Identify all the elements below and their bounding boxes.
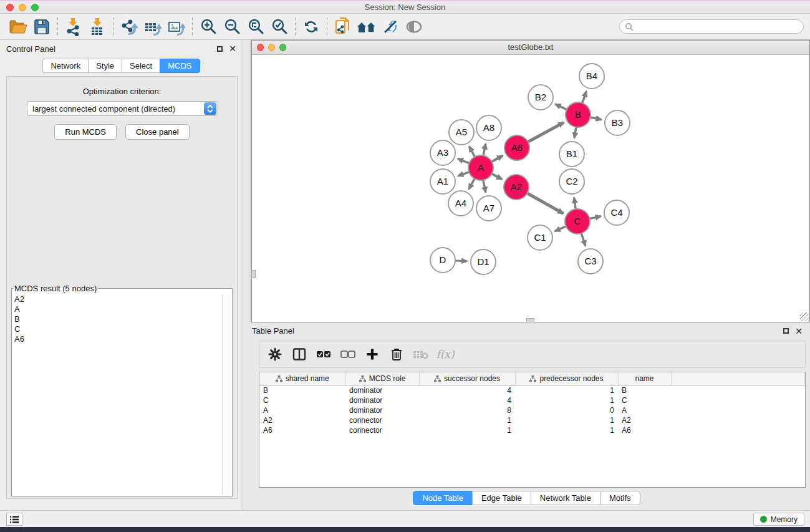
optimization-criterion-select[interactable]: largest connected component (directed): [27, 101, 218, 116]
add-column-button[interactable]: [363, 345, 382, 364]
delete-column-button[interactable]: [387, 345, 406, 364]
float-panel-icon[interactable]: [217, 46, 223, 52]
cell-name[interactable]: A: [618, 405, 671, 415]
cell-predecessor_nodes[interactable]: 1: [515, 415, 618, 425]
delete-table-button[interactable]: [412, 345, 430, 364]
network-window-titlebar[interactable]: testGlobe.txt: [252, 41, 809, 55]
graph-node-B1[interactable]: B1: [559, 142, 584, 167]
column-header-predecessor-nodes[interactable]: predecessor nodes: [515, 372, 618, 385]
open-session-button[interactable]: [6, 16, 30, 37]
mcds-result-item[interactable]: B: [13, 314, 221, 324]
tab-network[interactable]: Network: [42, 59, 88, 73]
cell-successor_nodes[interactable]: 1: [419, 425, 515, 435]
graph-node-C2[interactable]: C2: [559, 169, 584, 194]
network-canvas[interactable]: AA1A2A3A4A5A6A7A8BB1B2B3B4CC1C2C3C4DD1: [252, 55, 809, 322]
window-resize-grip[interactable]: [800, 312, 809, 321]
show-hidden-button[interactable]: [402, 16, 426, 37]
tab-network-table[interactable]: Network Table: [531, 491, 600, 505]
float-table-panel-icon[interactable]: [783, 328, 789, 334]
cell-name[interactable]: A2: [618, 415, 671, 425]
graph-node-C3[interactable]: C3: [578, 249, 603, 274]
tab-style[interactable]: Style: [88, 59, 122, 73]
cell-successor_nodes[interactable]: 4: [419, 395, 515, 405]
hide-selected-button[interactable]: f: [378, 16, 402, 37]
graph-node-B[interactable]: B: [566, 102, 591, 127]
export-network-button[interactable]: [117, 16, 141, 37]
function-builder-button[interactable]: f(x): [436, 345, 455, 364]
graph-node-B3[interactable]: B3: [605, 110, 630, 135]
cell-predecessor_nodes[interactable]: 1: [515, 395, 618, 405]
cell-mcds_role[interactable]: connector: [345, 415, 419, 425]
tab-node-table[interactable]: Node Table: [413, 491, 472, 505]
close-window-button[interactable]: [6, 4, 14, 11]
close-panel-button[interactable]: Close panel: [125, 124, 190, 140]
table-settings-button[interactable]: [266, 345, 284, 364]
select-all-columns-button[interactable]: [314, 345, 333, 364]
show-panel-list-button[interactable]: [6, 513, 22, 526]
zoom-selected-button[interactable]: [268, 16, 291, 37]
graph-node-A5[interactable]: A5: [449, 120, 474, 145]
cell-name[interactable]: A6: [618, 425, 671, 435]
table-row[interactable]: A6connector11A6: [259, 425, 805, 435]
cell-successor_nodes[interactable]: 4: [419, 385, 515, 395]
graph-node-B2[interactable]: B2: [528, 85, 553, 110]
import-table-button[interactable]: [85, 16, 109, 37]
export-image-button[interactable]: [165, 16, 188, 37]
graph-node-D[interactable]: D: [430, 248, 455, 273]
mcds-result-item[interactable]: A2: [13, 294, 221, 304]
column-header-shared-name[interactable]: shared name: [259, 372, 345, 385]
apply-layout-button[interactable]: [299, 16, 323, 37]
cell-successor_nodes[interactable]: 1: [419, 415, 515, 425]
mcds-result-item[interactable]: A: [13, 304, 221, 314]
cell-mcds_role[interactable]: connector: [345, 425, 419, 435]
graph-node-A3[interactable]: A3: [430, 140, 455, 165]
column-header-MCDS-role[interactable]: MCDS role: [345, 372, 419, 385]
table-row[interactable]: Bdominator41B: [259, 385, 805, 395]
graph-node-B4[interactable]: B4: [579, 64, 604, 89]
table-row[interactable]: Adominator80A: [259, 405, 805, 415]
table-row[interactable]: Cdominator41C: [259, 395, 805, 405]
export-table-button[interactable]: [141, 16, 165, 37]
graph-node-A6[interactable]: A6: [504, 135, 529, 160]
cell-mcds_role[interactable]: dominator: [345, 385, 419, 395]
cell-name[interactable]: C: [618, 395, 671, 405]
graph-node-C4[interactable]: C4: [604, 200, 629, 225]
close-table-panel-icon[interactable]: ✕: [795, 327, 803, 336]
toggle-column-view-button[interactable]: [290, 345, 309, 364]
table-row[interactable]: A2connector11A2: [259, 415, 805, 425]
cell-predecessor_nodes[interactable]: 0: [515, 405, 618, 415]
minimize-window-button[interactable]: [19, 4, 26, 11]
cell-successor_nodes[interactable]: 8: [419, 405, 515, 415]
cell-name[interactable]: B: [618, 385, 671, 395]
graph-node-A7[interactable]: A7: [476, 196, 501, 221]
cell-shared_name[interactable]: A: [259, 405, 345, 415]
zoom-network-button[interactable]: [279, 44, 286, 51]
graph-node-A4[interactable]: A4: [448, 191, 473, 216]
close-network-button[interactable]: [257, 44, 264, 51]
mcds-result-item[interactable]: A6: [13, 334, 221, 344]
graph-node-A1[interactable]: A1: [430, 169, 455, 194]
first-neighbors-button[interactable]: [355, 16, 378, 37]
close-panel-icon[interactable]: ✕: [229, 44, 236, 53]
result-scrollbar[interactable]: [222, 294, 231, 495]
cell-mcds_role[interactable]: dominator: [345, 395, 419, 405]
cell-predecessor_nodes[interactable]: 1: [515, 385, 618, 395]
import-network-button[interactable]: [62, 16, 85, 37]
cell-shared_name[interactable]: B: [259, 385, 345, 395]
cell-mcds_role[interactable]: dominator: [345, 405, 419, 415]
search-input[interactable]: [634, 21, 803, 32]
column-header-successor-nodes[interactable]: successor nodes: [419, 372, 515, 385]
window-left-grip[interactable]: [251, 270, 256, 278]
run-mcds-button[interactable]: Run MCDS: [54, 124, 117, 140]
window-bottom-grip[interactable]: [526, 318, 534, 322]
save-session-button[interactable]: [30, 16, 54, 37]
zoom-fit-button[interactable]: [244, 16, 268, 37]
cell-predecessor_nodes[interactable]: 1: [515, 425, 618, 435]
create-network-from-selection-button[interactable]: [331, 16, 355, 37]
cell-shared_name[interactable]: A2: [259, 415, 345, 425]
tab-mcds[interactable]: MCDS: [160, 59, 200, 73]
memory-button[interactable]: Memory: [753, 513, 804, 526]
tab-select[interactable]: Select: [122, 59, 160, 73]
search-field[interactable]: [619, 19, 804, 34]
column-header-name[interactable]: name: [618, 372, 671, 385]
